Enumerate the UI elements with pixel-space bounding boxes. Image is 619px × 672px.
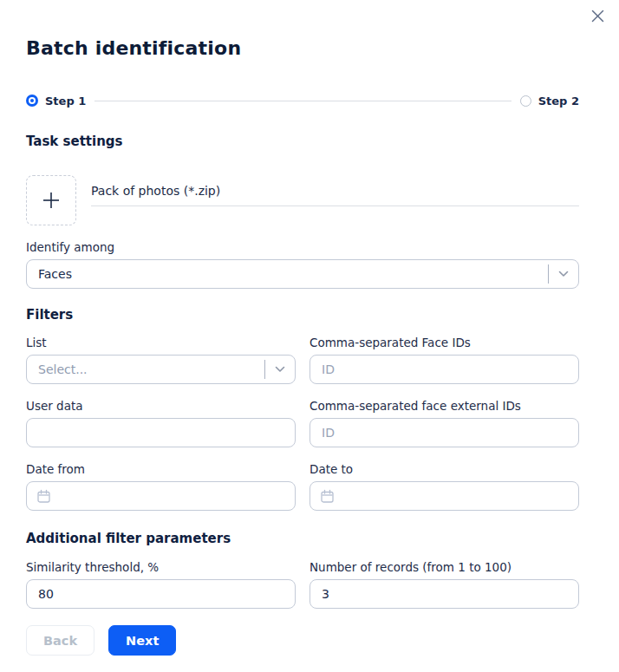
radio-unselected-icon: [520, 95, 531, 107]
section-additional-parameters: Additional filter parameters: [26, 531, 579, 546]
similarity-threshold-label: Similarity threshold, %: [26, 560, 296, 574]
date-from-field-group: Date from: [26, 462, 296, 511]
user-data-input[interactable]: [26, 418, 296, 447]
date-to-label: Date to: [310, 462, 579, 476]
list-placeholder: Select...: [38, 362, 264, 376]
stepper-line: [94, 101, 511, 101]
upload-row: Pack of photos (*.zip): [26, 175, 579, 225]
face-ids-input[interactable]: [310, 355, 579, 384]
add-photos-button[interactable]: [26, 175, 76, 225]
date-from-label: Date from: [26, 462, 296, 476]
section-task-settings: Task settings: [26, 134, 579, 149]
page-title: Batch identification: [26, 36, 579, 61]
upload-file-field[interactable]: Pack of photos (*.zip): [91, 175, 579, 225]
section-filters: Filters: [26, 307, 579, 323]
identify-among-label: Identify among: [26, 240, 579, 254]
upload-underline: [91, 206, 579, 206]
similarity-threshold-field-group: Similarity threshold, %: [26, 560, 296, 609]
filters-grid: List Select... Comma-separated Face IDs …: [26, 336, 579, 511]
additional-parameters-grid: Similarity threshold, % Number of record…: [26, 560, 579, 609]
identify-among-select[interactable]: Faces: [26, 259, 579, 289]
date-to-field-group: Date to: [310, 462, 579, 511]
plus-icon: [42, 192, 60, 209]
similarity-threshold-input[interactable]: [26, 579, 296, 609]
user-data-field-group: User data: [26, 399, 296, 447]
step-2-label: Step 2: [538, 95, 579, 108]
list-select[interactable]: Select...: [26, 355, 296, 384]
identify-among-value: Faces: [38, 267, 548, 281]
back-button[interactable]: Back: [26, 625, 94, 656]
face-external-ids-label: Comma-separated face external IDs: [310, 399, 579, 413]
calendar-icon: [36, 489, 51, 504]
face-external-ids-field-group: Comma-separated face external IDs: [310, 399, 579, 447]
stepper: Step 1 Step 2: [26, 94, 579, 108]
footer-buttons: Back Next: [26, 625, 579, 656]
upload-file-label: Pack of photos (*.zip): [91, 184, 579, 198]
step-1[interactable]: Step 1: [26, 95, 86, 108]
step-2[interactable]: Step 2: [520, 95, 579, 108]
user-data-label: User data: [26, 399, 296, 413]
calendar-icon: [320, 489, 335, 504]
list-field-group: List Select...: [26, 336, 296, 384]
close-icon[interactable]: [590, 8, 605, 23]
radio-selected-icon: [26, 95, 38, 107]
face-ids-field-group: Comma-separated Face IDs: [310, 336, 579, 384]
number-of-records-field-group: Number of records (from 1 to 100): [310, 560, 579, 609]
date-to-input[interactable]: [310, 481, 579, 511]
chevron-down-icon: [549, 271, 578, 277]
date-from-input[interactable]: [26, 481, 296, 511]
face-ids-label: Comma-separated Face IDs: [310, 336, 579, 349]
close-x-glyph: [591, 10, 604, 23]
number-of-records-input[interactable]: [310, 579, 579, 609]
batch-identification-modal: Batch identification Step 1 Step 2 Task …: [0, 36, 619, 656]
step-1-label: Step 1: [45, 95, 86, 108]
chevron-down-icon: [265, 366, 295, 373]
number-of-records-label: Number of records (from 1 to 100): [310, 560, 579, 574]
list-label: List: [26, 336, 296, 349]
face-external-ids-input[interactable]: [310, 418, 579, 447]
next-button[interactable]: Next: [108, 625, 176, 656]
